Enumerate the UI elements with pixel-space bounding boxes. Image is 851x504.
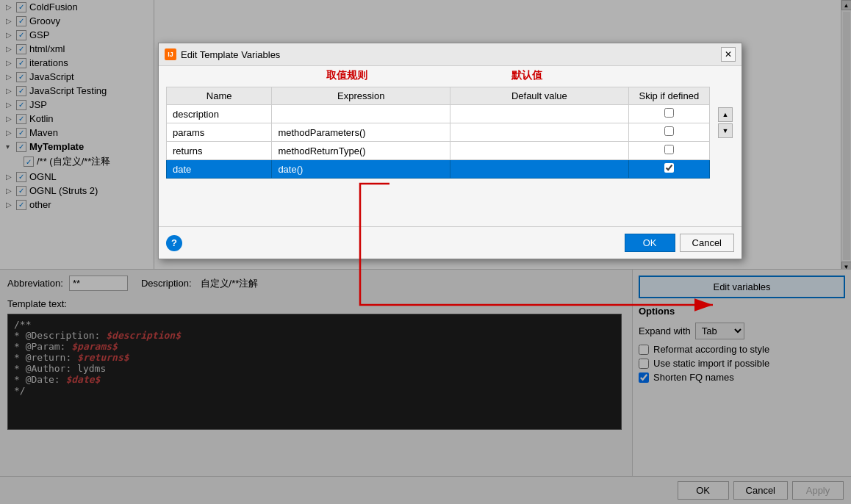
cell-name: params (167, 123, 272, 142)
dialog-app-icon: IJ (165, 48, 176, 60)
dialog-title: Edit Template Variables (181, 49, 717, 60)
dialog-table-container: Name Expression Default value Skip if de… (159, 87, 742, 179)
cell-expression: methodParameters() (272, 123, 450, 142)
scroll-down-button[interactable]: ▼ (718, 123, 733, 138)
cell-skip-selected (628, 160, 709, 179)
col-header-name: Name (167, 87, 272, 105)
dialog-action-buttons: OK Cancel (625, 234, 734, 252)
scroll-up-button[interactable]: ▲ (718, 107, 733, 122)
cell-name: returns (167, 142, 272, 160)
cell-default (450, 142, 629, 160)
dialog-titlebar: IJ Edit Template Variables ✕ (159, 43, 742, 66)
cell-name: description (167, 105, 272, 123)
cell-expression-selected: date() (272, 160, 450, 179)
col-header-default: Default value (450, 87, 629, 105)
variables-table: Name Expression Default value Skip if de… (166, 87, 710, 179)
cell-default (450, 123, 629, 142)
skip-checkbox[interactable] (664, 126, 674, 136)
table-row[interactable]: description (167, 105, 710, 123)
skip-checkbox[interactable] (664, 108, 674, 118)
dialog-ok-button[interactable]: OK (625, 234, 675, 252)
col-header-expression: Expression (272, 87, 450, 105)
help-button[interactable]: ? (166, 235, 182, 251)
cell-expression: methodReturnType() (272, 142, 450, 160)
dialog-chinese-labels: 取值规则 默认值 (159, 66, 742, 87)
skip-checkbox[interactable] (664, 145, 674, 154)
chinese-label-quzhiguize: 取值规则 (326, 69, 367, 82)
dialog-cancel-button[interactable]: Cancel (680, 234, 734, 252)
dialog-bottom-bar: ? OK Cancel (159, 226, 742, 259)
cell-skip (628, 105, 709, 123)
chinese-label-morenzhi: 默认值 (511, 69, 542, 82)
cell-skip (628, 142, 709, 160)
skip-checkbox-selected[interactable] (664, 163, 674, 173)
edit-template-variables-dialog: IJ Edit Template Variables ✕ 取值规则 默认值 Na… (158, 43, 742, 259)
table-row-selected[interactable]: date date() (167, 160, 710, 179)
col-header-skip: Skip if defined (628, 87, 709, 105)
cell-default (450, 105, 629, 123)
table-row[interactable]: returns methodReturnType() (167, 142, 710, 160)
table-scroll-controls: ▲ ▼ (718, 107, 733, 138)
dialog-close-button[interactable]: ✕ (721, 47, 736, 62)
cell-default-selected (450, 160, 629, 179)
cell-name-selected: date (167, 160, 272, 179)
cell-expression (272, 105, 450, 123)
cell-skip (628, 123, 709, 142)
table-row[interactable]: params methodParameters() (167, 123, 710, 142)
